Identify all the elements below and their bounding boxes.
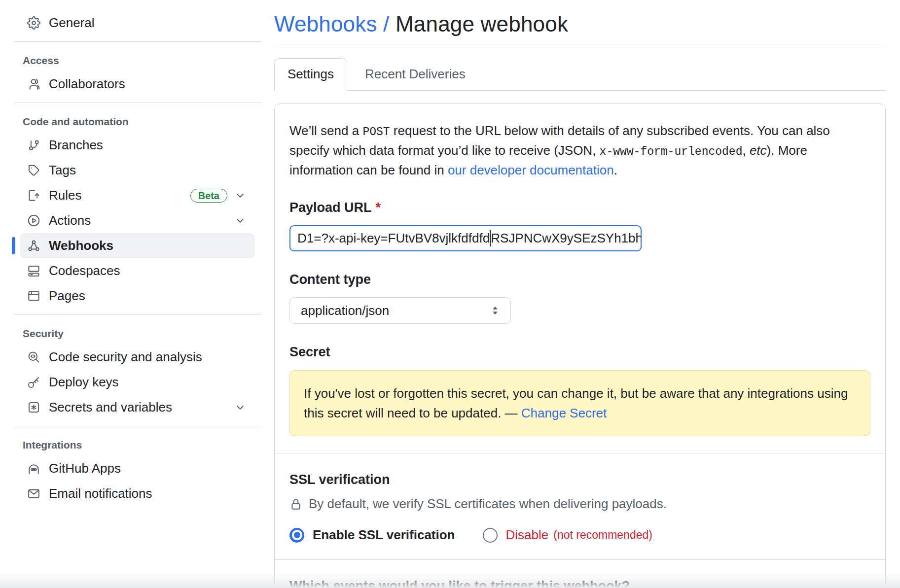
sidebar-item-label: Pages — [49, 288, 85, 304]
sidebar-item-github-apps[interactable]: GitHub Apps — [20, 456, 255, 481]
breadcrumb-webhooks-link[interactable]: Webhooks / — [274, 12, 390, 36]
intro-text: We’ll send a POST request to the URL bel… — [289, 122, 869, 179]
codescan-icon — [27, 350, 40, 364]
webhook-settings-main: Webhooks / Manage webhook SettingsRecent… — [274, 0, 886, 588]
sidebar-divider — [14, 41, 261, 42]
disable-ssl-note: (not recommended) — [553, 528, 652, 542]
sidebar-item-label: Secrets and variables — [49, 400, 172, 415]
gear-icon — [27, 16, 40, 30]
secret-warning-box: If you've lost or forgotten this secret,… — [289, 370, 870, 436]
git-branch-icon — [27, 138, 40, 152]
sidebar-item-label: GitHub Apps — [49, 461, 121, 476]
section-divider — [275, 559, 885, 560]
sidebar-item-actions[interactable]: Actions — [20, 208, 255, 233]
developer-documentation-link[interactable]: our developer documentation — [448, 163, 614, 177]
header-divider — [274, 47, 886, 47]
events-heading: Which events would you like to trigger t… — [289, 579, 870, 588]
sidebar-item-label: Rules — [49, 188, 81, 203]
hubot-icon — [27, 462, 40, 475]
content-type-label: Content type — [289, 272, 870, 287]
settings-sidebar: GeneralAccessCollaboratorsCode and autom… — [0, 0, 261, 506]
ssl-description-line: By default, we verify SSL certificates w… — [289, 496, 870, 512]
tab-recent-deliveries[interactable]: Recent Deliveries — [352, 59, 478, 90]
play-icon — [27, 214, 40, 227]
tag-icon — [27, 164, 40, 177]
sidebar-divider — [14, 314, 261, 315]
payload-url-value-after-cursor: RSJPNCwX9ySEzSYh1bhaHXc — [491, 231, 642, 246]
sidebar-divider — [14, 103, 261, 103]
sidebar-item-label: Collaborators — [49, 76, 125, 92]
payload-url-input[interactable]: D1=?x-api-key=FUtvBV8vjlkfdfdfd RSJPNCwX… — [289, 225, 642, 251]
page-title-current: Manage webhook — [396, 12, 568, 36]
sidebar-item-collaborators[interactable]: Collaborators — [20, 71, 255, 97]
chevron-down-icon[interactable] — [235, 402, 246, 413]
sidebar-divider — [14, 426, 261, 426]
sidebar-item-label: Actions — [49, 213, 91, 228]
sidebar-item-label: Codespaces — [49, 263, 120, 278]
sidebar-item-codespaces[interactable]: Codespaces — [20, 258, 255, 283]
enable-ssl-radio[interactable] — [289, 528, 304, 543]
em-text: etc — [750, 143, 767, 158]
enable-ssl-label: Enable SSL verification — [313, 527, 455, 543]
webhook-icon — [27, 239, 40, 252]
sidebar-item-label: General — [49, 15, 95, 31]
payload-url-value-before-cursor: D1=?x-api-key=FUtvBV8vjlkfdfdfd — [297, 231, 490, 246]
content-type-value: application/json — [301, 303, 389, 318]
lock-icon — [289, 498, 302, 511]
sidebar-item-tags[interactable]: Tags — [20, 158, 255, 183]
sidebar-item-email-notifications[interactable]: Email notifications — [20, 481, 255, 506]
select-arrows-icon — [489, 304, 502, 317]
sidebar-item-code-security-and-analysis[interactable]: Code security and analysis — [20, 345, 255, 370]
sidebar-item-secrets-and-variables[interactable]: Secrets and variables — [20, 395, 255, 420]
sidebar-item-webhooks[interactable]: Webhooks — [20, 233, 255, 258]
disable-ssl-label: Disable — [506, 527, 549, 543]
codespaces-icon — [27, 264, 40, 277]
disable-ssl-radio[interactable] — [483, 528, 498, 543]
code-text: POST — [362, 126, 390, 138]
sidebar-item-label: Email notifications — [49, 486, 152, 501]
ssl-verification-heading: SSL verification — [289, 472, 870, 487]
sidebar-item-label: Deploy keys — [49, 375, 119, 390]
sidebar-item-label: Tags — [49, 163, 76, 178]
sidebar-section-security: Security — [23, 328, 261, 340]
sidebar-item-pages[interactable]: Pages — [20, 283, 255, 309]
sidebar-item-branches[interactable]: Branches — [20, 133, 255, 158]
required-asterisk: * — [376, 200, 381, 215]
page-title: Webhooks / Manage webhook — [274, 12, 886, 36]
ssl-description: By default, we verify SSL certificates w… — [309, 496, 667, 512]
chevron-down-icon[interactable] — [235, 215, 246, 226]
browser-icon — [27, 289, 40, 303]
sidebar-item-label: Branches — [49, 138, 103, 153]
sidebar-item-deploy-keys[interactable]: Deploy keys — [20, 370, 255, 395]
sidebar-item-rules[interactable]: RulesBeta — [20, 183, 255, 208]
tabnav: SettingsRecent Deliveries — [274, 58, 886, 91]
key-icon — [27, 376, 40, 389]
sidebar-item-general[interactable]: General — [20, 10, 255, 35]
rules-icon — [27, 189, 40, 202]
beta-badge: Beta — [190, 189, 227, 203]
sidebar-item-label: Code security and analysis — [49, 349, 202, 365]
sidebar-section-access: Access — [23, 55, 261, 67]
code-text: x-www-form-urlencoded — [600, 145, 743, 158]
content-type-select[interactable]: application/json — [289, 297, 511, 324]
mail-icon — [27, 487, 40, 500]
sidebar-section-integrations: Integrations — [23, 439, 261, 451]
payload-url-label: Payload URL* — [289, 200, 870, 215]
chevron-down-icon[interactable] — [235, 190, 246, 201]
sidebar-section-code-and-automation: Code and automation — [23, 116, 261, 128]
people-icon — [27, 77, 40, 91]
sidebar-item-label: Webhooks — [49, 238, 113, 253]
tab-settings[interactable]: Settings — [274, 58, 347, 91]
secret-label: Secret — [289, 345, 870, 360]
webhook-settings-card: We’ll send a POST request to the URL bel… — [274, 104, 886, 588]
secret-icon — [27, 401, 40, 414]
change-secret-link[interactable]: Change Secret — [521, 406, 607, 420]
ssl-radio-group: Enable SSL verification Disable (not rec… — [289, 527, 870, 543]
section-divider — [275, 453, 885, 453]
